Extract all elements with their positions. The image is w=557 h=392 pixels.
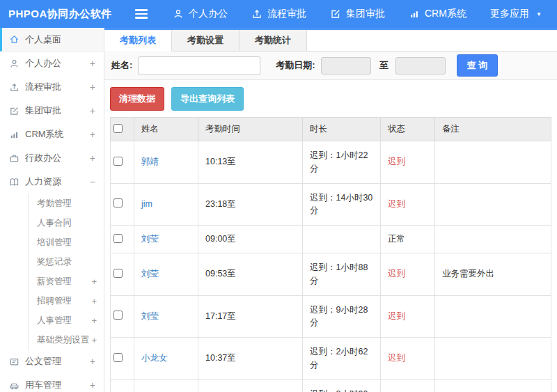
sidebar-item-label: 个人办公 [25, 57, 61, 70]
table-header-row: 姓名考勤时间时长状态备注 [111, 118, 551, 141]
row-name-link[interactable]: 刘莹 [141, 311, 159, 321]
row-duration: 迟到：1小时88分 [303, 253, 381, 296]
sidebar-item-label: 用车管理 [25, 379, 61, 391]
collapse-icon[interactable]: − [90, 177, 95, 187]
table-row: 刘莹17:17至迟到：9小时28分迟到 [111, 295, 551, 338]
sidebar-item-label: CRM系统 [25, 128, 64, 141]
row-checkbox[interactable] [113, 311, 123, 320]
expand-icon[interactable]: + [90, 106, 95, 116]
row-name-link[interactable]: 郭靖 [141, 157, 159, 166]
row-checkbox[interactable] [113, 234, 123, 243]
row-name-link[interactable]: 小龙女 [141, 353, 168, 363]
sidebar-item[interactable]: 集团审批+ [0, 99, 104, 123]
column-header: 姓名 [134, 118, 198, 141]
sidebar-item[interactable]: 公文管理+ [0, 350, 104, 373]
sidebar-subitem-label: 考勤管理 [37, 198, 72, 210]
book-icon [9, 177, 19, 187]
row-select-cell [111, 295, 134, 338]
name-filter-input[interactable] [138, 56, 260, 75]
menu-toggle-icon[interactable] [135, 9, 148, 19]
row-note [435, 226, 551, 253]
export-list-button[interactable]: 导出查询列表 [171, 87, 244, 111]
expand-icon[interactable]: + [91, 297, 97, 306]
row-name-link[interactable]: 刘莹 [141, 269, 159, 279]
sidebar-subitem[interactable]: 基础类别设置+ [29, 330, 104, 350]
expand-icon[interactable]: + [90, 82, 95, 92]
row-late-duration: 迟到：2小时62分 [310, 345, 373, 372]
row-checkbox[interactable] [113, 269, 123, 278]
tab[interactable]: 考勤设置 [172, 30, 240, 51]
row-time: 10:13至 [198, 141, 303, 184]
row-time: 10:37至 [198, 338, 303, 380]
table-row: 管理员10:54至10:54迟到：2小时90分早退：7小时10分迟到/早退111… [111, 379, 551, 392]
row-duration: 迟到：1小时22分 [303, 141, 381, 184]
topbar-nav-item[interactable]: 集团审批 [330, 8, 385, 20]
row-checkbox[interactable] [113, 198, 123, 207]
select-all-checkbox[interactable] [113, 124, 123, 133]
row-status: 正常 [381, 226, 435, 253]
date-filter-label: 考勤日期: [276, 59, 315, 72]
table-row: 刘莹09:53至迟到：1小时88分迟到业务需要外出 [111, 253, 551, 296]
row-name-cell: 小龙女 [134, 338, 198, 380]
table-row: 刘莹09:00至正常 [111, 226, 551, 253]
topbar-nav-item[interactable]: 更多应用▼ [490, 8, 542, 20]
topbar-nav-label: 集团审批 [346, 8, 385, 20]
expand-icon[interactable]: + [90, 356, 95, 366]
row-late-duration: 迟到：1小时88分 [310, 261, 373, 288]
bar-chart-icon [409, 8, 420, 19]
caret-down-icon: ▼ [536, 11, 542, 17]
sidebar-item[interactable]: 个人办公+ [0, 52, 104, 75]
sidebar-item[interactable]: 用车管理+ [0, 373, 104, 392]
expand-icon[interactable]: + [90, 380, 95, 390]
sidebar-item[interactable]: 行政办公+ [0, 146, 104, 170]
row-note [435, 295, 551, 338]
row-checkbox[interactable] [113, 157, 123, 166]
sidebar-item[interactable]: 流程审批+ [0, 75, 104, 99]
sidebar-subitem[interactable]: 人事管理+ [29, 311, 104, 330]
topbar-nav-item[interactable]: 个人办公 [173, 8, 228, 20]
date-to-input[interactable] [395, 57, 446, 75]
date-from-input[interactable] [321, 57, 371, 75]
row-duration [303, 226, 381, 253]
row-name-link[interactable]: 刘莹 [141, 234, 159, 244]
expand-icon[interactable]: + [90, 153, 95, 163]
sidebar-subitem-label: 培训管理 [37, 237, 72, 249]
sidebar-item-label: 个人桌面 [25, 33, 61, 46]
sidebar-subitem[interactable]: 奖惩记录 [29, 252, 104, 272]
row-name-link[interactable]: jim [141, 199, 152, 209]
expand-icon[interactable]: + [91, 336, 97, 345]
tab[interactable]: 考勤列表 [104, 30, 172, 52]
row-time: 09:00至 [198, 226, 303, 253]
row-note [435, 338, 551, 380]
sidebar-subitem[interactable]: 人事合同 [29, 213, 104, 233]
topbar-nav-item[interactable]: 流程审批 [251, 8, 306, 20]
tab-bar: 考勤列表考勤设置考勤统计 [104, 30, 557, 52]
expand-icon[interactable]: + [90, 58, 95, 68]
topbar-nav-item[interactable]: CRM系统 [409, 8, 466, 20]
clean-data-button[interactable]: 清理数据 [110, 87, 164, 111]
row-select-cell [111, 183, 134, 226]
topbar: PHPOA协同办公软件 个人办公流程审批集团审批CRM系统更多应用▼ [0, 0, 557, 28]
query-button[interactable]: 查 询 [457, 54, 499, 77]
row-checkbox[interactable] [113, 353, 123, 362]
sidebar-item[interactable]: CRM系统+ [0, 123, 104, 146]
tab[interactable]: 考勤统计 [240, 30, 307, 51]
row-note: 1111 [435, 379, 551, 392]
column-header: 考勤时间 [198, 118, 303, 141]
column-header: 备注 [435, 118, 551, 141]
expand-icon[interactable]: + [90, 130, 95, 139]
row-name-cell: 刘莹 [134, 295, 198, 338]
sidebar-subitem[interactable]: 考勤管理 [29, 194, 104, 213]
sidebar-item[interactable]: 个人桌面 [0, 28, 104, 52]
sidebar-subitem[interactable]: 招聘管理+ [29, 291, 104, 311]
sidebar-subitem[interactable]: 培训管理 [29, 233, 104, 252]
sidebar-item[interactable]: 人力资源− [0, 170, 104, 194]
row-duration: 迟到：2小时62分 [303, 338, 381, 380]
expand-icon[interactable]: + [91, 316, 97, 325]
expand-icon[interactable]: + [91, 277, 97, 286]
document-icon [9, 356, 19, 367]
sidebar-subitem[interactable]: 薪资管理+ [29, 272, 104, 291]
sidebar-subitem-label: 奖惩记录 [37, 256, 72, 268]
main-content: 考勤列表考勤设置考勤统计 姓名: 考勤日期: 至 查 询 清理数据 导出查询列表… [104, 28, 557, 392]
date-range-to-label: 至 [379, 59, 389, 72]
